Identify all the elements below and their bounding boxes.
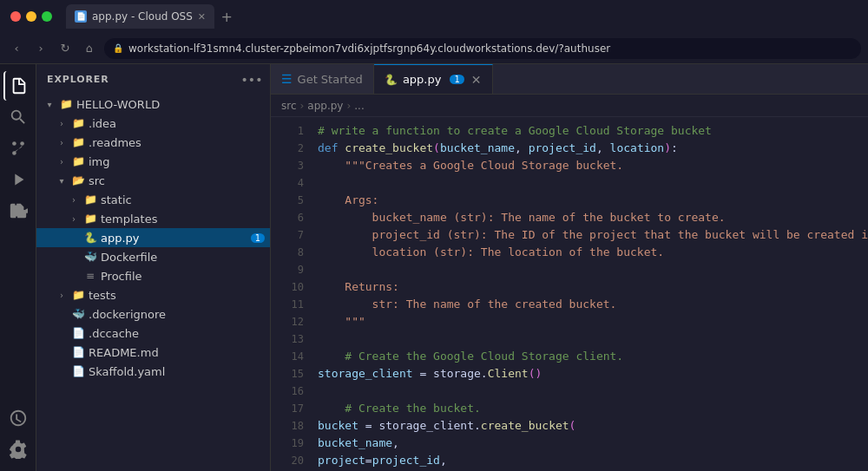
breadcrumb-sep2: ›	[346, 100, 351, 112]
tree-item-app-py[interactable]: 🐍 app.py 1	[36, 228, 270, 247]
file-icon: 📄	[71, 326, 85, 340]
url-text: workstation-lf31smn4.cluster-zpbeimon7vd…	[128, 43, 610, 55]
file-tree: ▾ 📁 HELLO-WORLD › 📁 .idea › 📁 .readmes ›…	[36, 95, 270, 471]
activity-search[interactable]	[3, 102, 33, 132]
line-numbers: 1 2 3 4 5 6 7 8 9 10 11 12 13 14 15 16 1…	[271, 117, 311, 471]
tree-item-label: HELLO-WORLD	[76, 98, 270, 111]
tree-item-label: static	[101, 193, 270, 206]
chevron-right-icon: ›	[56, 157, 68, 167]
code-editor[interactable]: # write a function to create a Google Cl…	[311, 117, 868, 471]
activity-extensions[interactable]	[3, 196, 33, 226]
breadcrumb-file[interactable]: app.py	[307, 100, 343, 112]
tree-item-label: Procfile	[101, 270, 270, 283]
activity-remote[interactable]	[3, 403, 33, 433]
line-num: 8	[271, 244, 304, 261]
editor-area: ☰ Get Started 🐍 app.py 1 ✕ src › app.py …	[271, 64, 868, 471]
svg-point-2	[12, 141, 16, 146]
address-bar[interactable]: 🔒 workstation-lf31smn4.cluster-zpbeimon7…	[104, 38, 861, 59]
line-num: 1	[271, 122, 304, 140]
tree-item-label: README.md	[89, 346, 270, 359]
sidebar-title: EXPLORER	[47, 74, 109, 85]
tree-item-dockerfile[interactable]: 🐳 Dockerfile	[36, 247, 270, 266]
line-num: 12	[271, 313, 304, 330]
home-button[interactable]: ⌂	[80, 39, 99, 58]
tree-item-procfile[interactable]: ≡ Procfile	[36, 266, 270, 285]
chevron-down-icon: ▾	[56, 176, 68, 186]
tree-item-img[interactable]: › 📁 img	[36, 152, 270, 171]
line-num: 6	[271, 209, 304, 226]
code-line-6: bucket_name (str): The name of the bucke…	[318, 209, 868, 226]
tab-dirty-badge: 1	[450, 75, 464, 84]
tree-item-templates[interactable]: › 📁 templates	[36, 209, 270, 228]
code-line-19: bucket_name,	[318, 435, 868, 452]
chevron-right-icon: ›	[56, 119, 68, 128]
browser-tab-favicon: 📄	[75, 10, 87, 23]
svg-point-1	[20, 141, 24, 146]
tree-item-label: tests	[89, 289, 270, 302]
activity-source-control[interactable]	[3, 134, 33, 163]
forward-button[interactable]: ›	[31, 39, 50, 58]
new-tab-button[interactable]: +	[216, 6, 237, 27]
refresh-button[interactable]: ↻	[56, 39, 75, 58]
tree-item-idea[interactable]: › 📁 .idea	[36, 114, 270, 133]
tree-root[interactable]: ▾ 📁 HELLO-WORLD	[36, 95, 270, 114]
browser-tab-close[interactable]: ✕	[198, 11, 206, 23]
breadcrumb-ellipsis[interactable]: ...	[354, 100, 364, 112]
chevron-right-icon: ›	[68, 214, 80, 224]
breadcrumb-src[interactable]: src	[281, 100, 297, 112]
line-num: 10	[271, 278, 304, 296]
folder-icon: 📁	[71, 154, 85, 168]
code-area: 1 2 3 4 5 6 7 8 9 10 11 12 13 14 15 16 1…	[271, 117, 868, 471]
activity-run[interactable]	[3, 165, 33, 194]
sidebar-more-button[interactable]: •••	[244, 72, 260, 88]
tree-item-label: Dockerfile	[101, 251, 270, 264]
code-line-9	[318, 261, 868, 278]
tree-item-label: src	[89, 174, 270, 187]
tree-item-dccache[interactable]: 📄 .dccache	[36, 324, 270, 343]
tree-item-skaffold[interactable]: 📄 Skaffold.yaml	[36, 362, 270, 381]
activity-settings[interactable]	[3, 435, 33, 464]
lock-icon: 🔒	[113, 43, 123, 53]
tree-item-label: img	[89, 155, 270, 168]
vscode-body: EXPLORER ••• ▾ 📁 HELLO-WORLD › 📁 .idea ›…	[0, 64, 868, 471]
code-line-20: project=project_id,	[318, 452, 868, 469]
sidebar: EXPLORER ••• ▾ 📁 HELLO-WORLD › 📁 .idea ›…	[36, 64, 271, 471]
tree-item-label: .dccache	[89, 327, 270, 340]
git-badge: 1	[251, 233, 265, 243]
code-line-11: str: The name of the created bucket.	[318, 296, 868, 313]
breadcrumb-sep1: ›	[300, 100, 305, 112]
breadcrumb: src › app.py › ...	[271, 95, 868, 117]
browser-tab-active[interactable]: 📄 app.py - Cloud OSS ✕	[66, 4, 214, 29]
tree-item-readme[interactable]: 📄 README.md	[36, 343, 270, 362]
folder-open-icon: 📂	[71, 173, 85, 187]
back-button[interactable]: ‹	[7, 39, 26, 58]
python-file-icon: 🐍	[83, 231, 97, 245]
tree-item-tests[interactable]: › 📁 tests	[36, 285, 270, 304]
code-line-14: # Create the Google Cloud Storage client…	[318, 348, 868, 365]
tab-close-button[interactable]: ✕	[471, 73, 482, 87]
minimize-button[interactable]	[26, 11, 36, 22]
tree-item-label: app.py	[101, 232, 247, 245]
traffic-lights	[10, 11, 52, 22]
line-num: 5	[271, 192, 304, 209]
tree-item-label: templates	[101, 213, 270, 226]
tab-app-py[interactable]: 🐍 app.py 1 ✕	[374, 64, 493, 94]
activity-bar	[0, 64, 36, 471]
chevron-down-icon: ▾	[43, 100, 56, 109]
activity-files[interactable]	[3, 71, 33, 101]
tree-item-src[interactable]: ▾ 📂 src	[36, 171, 270, 190]
code-line-1: # write a function to create a Google Cl…	[318, 122, 868, 140]
code-line-17: # Create the bucket.	[318, 400, 868, 417]
folder-icon: 📁	[71, 116, 85, 130]
tree-item-readmes[interactable]: › 📁 .readmes	[36, 133, 270, 152]
tab-get-started[interactable]: ☰ Get Started	[271, 64, 374, 94]
address-bar-row: ‹ › ↻ ⌂ 🔒 workstation-lf31smn4.cluster-z…	[0, 33, 868, 64]
code-line-5: Args:	[318, 192, 868, 209]
tree-item-dockerignore[interactable]: 🐳 .dockerignore	[36, 304, 270, 324]
tree-item-label: .readmes	[89, 136, 270, 149]
tab-label: Get Started	[298, 73, 363, 86]
close-button[interactable]	[10, 11, 21, 22]
tree-item-static[interactable]: › 📁 static	[36, 190, 270, 209]
title-bar: 📄 app.py - Cloud OSS ✕ +	[0, 0, 868, 33]
maximize-button[interactable]	[42, 11, 52, 22]
